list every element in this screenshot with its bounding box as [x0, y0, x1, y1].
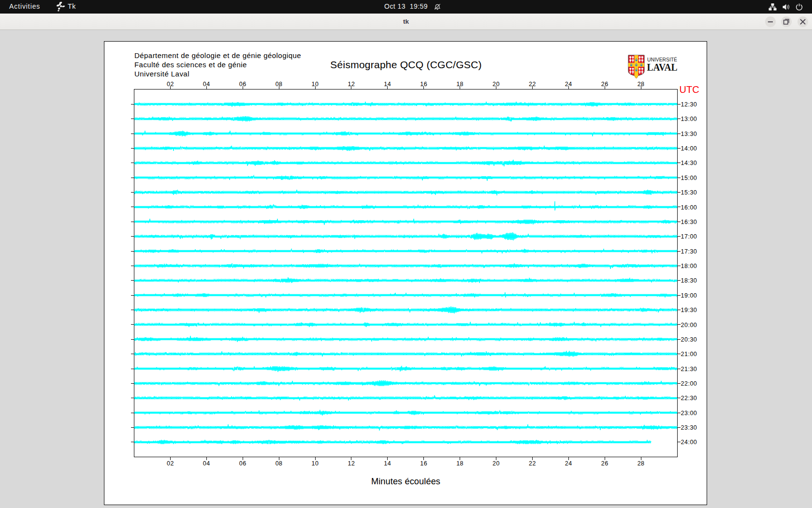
svg-text:14: 14: [384, 460, 391, 467]
svg-text:24:00: 24:00: [681, 439, 697, 446]
svg-text:12: 12: [348, 460, 355, 467]
svg-text:04: 04: [203, 81, 210, 88]
svg-text:12:30: 12:30: [681, 101, 697, 108]
svg-text:23:00: 23:00: [681, 410, 697, 417]
svg-text:13:00: 13:00: [681, 116, 697, 122]
svg-text:08: 08: [276, 460, 283, 467]
svg-text:Département de géologie et de: Département de géologie et de génie géol…: [134, 51, 301, 60]
svg-text:20:30: 20:30: [681, 336, 697, 343]
svg-text:Séismographe QCQ (CGC/GSC): Séismographe QCQ (CGC/GSC): [330, 59, 481, 70]
svg-text:10: 10: [312, 460, 319, 467]
svg-text:17:30: 17:30: [681, 248, 697, 255]
svg-text:13:30: 13:30: [681, 131, 697, 137]
svg-text:06: 06: [239, 460, 246, 467]
svg-text:14: 14: [384, 81, 391, 88]
svg-text:21:30: 21:30: [681, 366, 697, 373]
svg-text:22:00: 22:00: [681, 380, 697, 387]
svg-text:16:00: 16:00: [681, 204, 697, 211]
svg-text:23:30: 23:30: [681, 424, 697, 431]
svg-text:15:00: 15:00: [681, 175, 697, 181]
svg-text:18: 18: [456, 81, 464, 88]
svg-text:28: 28: [638, 460, 645, 467]
svg-text:06: 06: [239, 81, 246, 88]
svg-text:22: 22: [529, 460, 536, 467]
svg-text:16:30: 16:30: [681, 219, 697, 225]
svg-text:12: 12: [348, 81, 355, 88]
svg-text:14:00: 14:00: [681, 145, 697, 152]
svg-text:10: 10: [312, 81, 319, 88]
svg-text:20: 20: [493, 460, 500, 467]
svg-text:20:00: 20:00: [681, 322, 697, 329]
svg-text:18:00: 18:00: [681, 263, 697, 269]
svg-text:19:00: 19:00: [681, 292, 697, 299]
svg-text:Université Laval: Université Laval: [134, 70, 189, 78]
svg-text:26: 26: [601, 81, 609, 88]
svg-text:20: 20: [493, 81, 500, 88]
svg-text:24: 24: [565, 81, 572, 88]
svg-text:Faculté des sciences et de gén: Faculté des sciences et de génie: [134, 60, 247, 69]
svg-text:17:00: 17:00: [681, 233, 697, 240]
svg-text:22:30: 22:30: [681, 395, 697, 402]
svg-text:02: 02: [167, 460, 174, 467]
svg-text:16: 16: [420, 460, 427, 467]
svg-text:02: 02: [167, 81, 174, 88]
svg-text:15:30: 15:30: [681, 189, 697, 196]
svg-text:14:30: 14:30: [681, 160, 697, 166]
svg-text:19:30: 19:30: [681, 307, 697, 314]
svg-text:26: 26: [601, 460, 609, 467]
svg-text:LAVAL: LAVAL: [647, 61, 678, 73]
svg-text:18:30: 18:30: [681, 277, 697, 284]
svg-text:22: 22: [529, 81, 536, 88]
svg-text:Minutes écoulées: Minutes écoulées: [371, 477, 440, 486]
svg-text:04: 04: [203, 460, 210, 467]
svg-text:UTC: UTC: [680, 84, 699, 95]
svg-text:28: 28: [638, 81, 645, 88]
svg-text:08: 08: [276, 81, 283, 88]
svg-text:16: 16: [420, 81, 427, 88]
svg-text:18: 18: [456, 460, 464, 467]
svg-text:21:00: 21:00: [681, 351, 697, 358]
svg-text:24: 24: [565, 460, 572, 467]
